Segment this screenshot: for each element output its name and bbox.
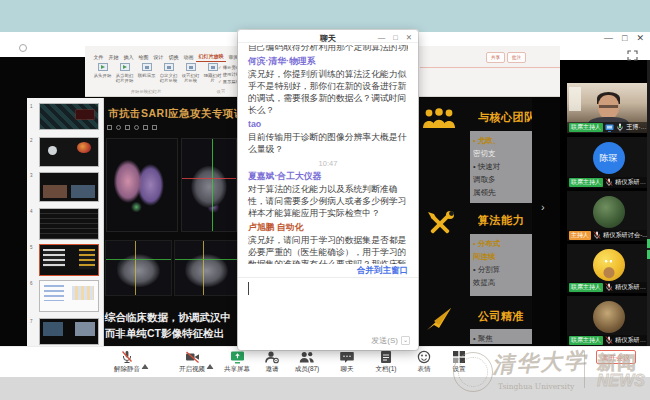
viewer-tool-icon[interactable] xyxy=(107,125,112,130)
chat-sender-name: 何滨·清华·物理系 xyxy=(248,56,408,67)
participant-name: 精仪系研讨会-... xyxy=(615,283,648,292)
ribbon-button-icon xyxy=(164,63,174,71)
slide-bottom-text: 综合临床数据，协调武汉中 xyxy=(105,311,231,325)
ppt-tab-绘图[interactable]: 绘图 xyxy=(136,52,151,62)
slide-thumbnail[interactable] xyxy=(39,103,99,130)
minimize-icon[interactable]: — xyxy=(604,33,613,43)
slide-thumbnail[interactable] xyxy=(39,137,99,167)
ribbon-button-label: 联机演示 xyxy=(138,73,156,78)
participant-tile[interactable]: 陈琛联席主持人精仪系研讨会-... xyxy=(567,137,650,188)
chat-titlebar[interactable]: 聊天 — □ ✕ xyxy=(238,30,418,43)
chat-message-text: 滨兄好，请问用于学习的数据集是否都是必要严重的（医生能确诊），用于学习的数据集的… xyxy=(248,234,408,264)
viewer-tool-icon[interactable] xyxy=(152,125,157,130)
thumbnail-number: 6 xyxy=(30,281,33,286)
participant-name: 王博·精仪系 xyxy=(626,123,648,132)
avatar: 陈琛 xyxy=(593,142,625,174)
ppt-tab-开始[interactable]: 开始 xyxy=(106,52,121,62)
toolbar-emoji[interactable]: 表情 xyxy=(417,349,431,374)
chat-maximize-icon[interactable]: □ xyxy=(393,33,398,42)
toolbar-mic-muted[interactable]: 解除静音 xyxy=(114,349,140,374)
toolbar-invite[interactable]: 邀请 xyxy=(265,349,280,374)
slide-bullet-line: •分割算 xyxy=(473,263,529,276)
slide-thumbnail[interactable] xyxy=(39,280,99,312)
slide-bullet-text: 间连续 xyxy=(473,252,496,261)
caret-up-icon[interactable] xyxy=(142,355,149,373)
chat-message-text: 滨兄好，你提到所训练的算法泛化能力似乎不是特别好，那你们在新的设备进行新的调试，… xyxy=(248,68,408,116)
ppt-tab-插入[interactable]: 插入 xyxy=(121,52,136,62)
leave-meeting-button[interactable]: 离开会议 xyxy=(596,350,636,364)
mic-off-icon xyxy=(605,178,613,187)
invite-icon xyxy=(265,349,280,364)
slide-section-panel: •聚焦 xyxy=(470,329,532,344)
thumbnail-number: 3 xyxy=(30,173,33,178)
toolbar-docs[interactable]: 文档(1) xyxy=(376,349,397,374)
screen-icon xyxy=(605,124,614,132)
fullscreen-icon[interactable] xyxy=(627,47,638,65)
toolbar-label: 聊天 xyxy=(341,365,354,374)
slide-thumbnail[interactable] xyxy=(39,208,99,240)
window-controls: — □ ✕ xyxy=(604,33,644,43)
ppt-tab-设计[interactable]: 设计 xyxy=(151,52,166,62)
caret-up-icon[interactable] xyxy=(207,355,214,373)
participant-tile[interactable]: 主持人精仪系研讨会-... xyxy=(567,191,650,241)
avatar xyxy=(593,301,625,333)
participant-tile[interactable]: 联席主持人精仪系研讨会-... xyxy=(567,296,650,346)
mic-off-icon xyxy=(593,231,601,240)
chat-minimize-icon[interactable]: — xyxy=(378,33,386,42)
thumbnail-number: 4 xyxy=(30,209,33,214)
slide-thumbnail[interactable] xyxy=(39,318,99,345)
slide-bullet-text: 属领先 xyxy=(473,188,496,197)
ribbon-button[interactable]: 设置幻灯片放映 xyxy=(180,63,201,83)
participant-tile[interactable]: 联席主持人精仪系研讨会-... xyxy=(567,244,650,293)
slide-thumbnail[interactable] xyxy=(39,244,99,276)
slide-bullet-text: 快速对 xyxy=(478,162,501,171)
sidebar-scrollbar[interactable] xyxy=(647,60,650,346)
participants-sidebar: 联席主持人王博·精仪系陈琛联席主持人精仪系研讨会-...主持人精仪系研讨会-..… xyxy=(560,60,650,346)
share-button[interactable]: 共享 xyxy=(486,52,505,63)
slide-ct-axial-image xyxy=(181,138,237,232)
viewer-tool-icon[interactable] xyxy=(134,125,139,130)
send-button[interactable]: 发送(S) xyxy=(371,335,398,346)
chat-input[interactable] xyxy=(238,277,418,332)
toolbar-screen-share[interactable]: 共享屏幕 xyxy=(224,349,250,374)
ribbon-group-label: 开始放映幻灯片 xyxy=(111,89,181,94)
role-badge: 联席主持人 xyxy=(569,123,603,132)
annotate-button[interactable]: 批注 xyxy=(507,52,526,63)
slide-bullet-line: •聚焦 xyxy=(473,332,529,344)
toolbar-chat[interactable]: 聊天 xyxy=(340,349,355,374)
slide-thumbnail[interactable] xyxy=(39,172,99,202)
ribbon-button[interactable]: 自定义幻灯片放映 xyxy=(158,63,179,83)
participant-tile[interactable]: 联席主持人王博·精仪系 xyxy=(567,83,650,133)
next-slide-arrow-icon[interactable]: › xyxy=(541,201,545,213)
participant-name: 精仪系研讨会-... xyxy=(615,178,648,187)
toolbar-label: 解除静音 xyxy=(114,365,140,374)
video-background xyxy=(569,87,581,111)
viewer-tool-icon[interactable] xyxy=(116,125,121,130)
bullet-dot: • xyxy=(473,136,476,145)
ribbon-button[interactable]: 从头开始 xyxy=(92,63,113,83)
ppt-tab-动画[interactable]: 动画 xyxy=(181,52,196,62)
send-options-dropdown[interactable]: ⌄ xyxy=(401,336,410,345)
slide-bullet-line: 调取多 xyxy=(473,173,529,186)
slide-bullet-text: 分割算 xyxy=(478,265,501,274)
restore-icon[interactable]: □ xyxy=(622,33,627,43)
chat-icon xyxy=(340,349,355,364)
viewer-tool-icon[interactable] xyxy=(143,125,148,130)
text-cursor xyxy=(248,282,249,295)
merge-to-main-link[interactable]: 合并到主窗口 xyxy=(357,265,408,277)
ppt-tab-幻灯片放映[interactable]: 幻灯片放映 xyxy=(196,51,226,62)
toolbar-settings[interactable]: 设置 xyxy=(452,349,466,374)
participant-info-bar: 联席主持人精仪系研讨会-... xyxy=(567,335,650,346)
toolbar-camera-off[interactable]: 开启视频 xyxy=(179,349,205,374)
viewer-tool-icon[interactable] xyxy=(125,125,130,130)
slide-section-heading: 与核心团队 xyxy=(478,110,532,125)
ribbon-button[interactable]: 从当前幻灯片开始 xyxy=(114,63,135,83)
chat-close-icon[interactable]: ✕ xyxy=(406,33,412,42)
ppt-tab-文件[interactable]: 文件 xyxy=(91,52,106,62)
viewer-toolbar-icons[interactable] xyxy=(107,125,157,130)
ppt-tab-切换[interactable]: 切换 xyxy=(166,52,181,62)
ribbon-button[interactable]: 联机演示 xyxy=(136,63,157,83)
close-icon[interactable]: ✕ xyxy=(636,33,644,43)
role-badge: 联席主持人 xyxy=(569,336,603,345)
toolbar-members[interactable]: 成员(87) xyxy=(295,349,320,374)
